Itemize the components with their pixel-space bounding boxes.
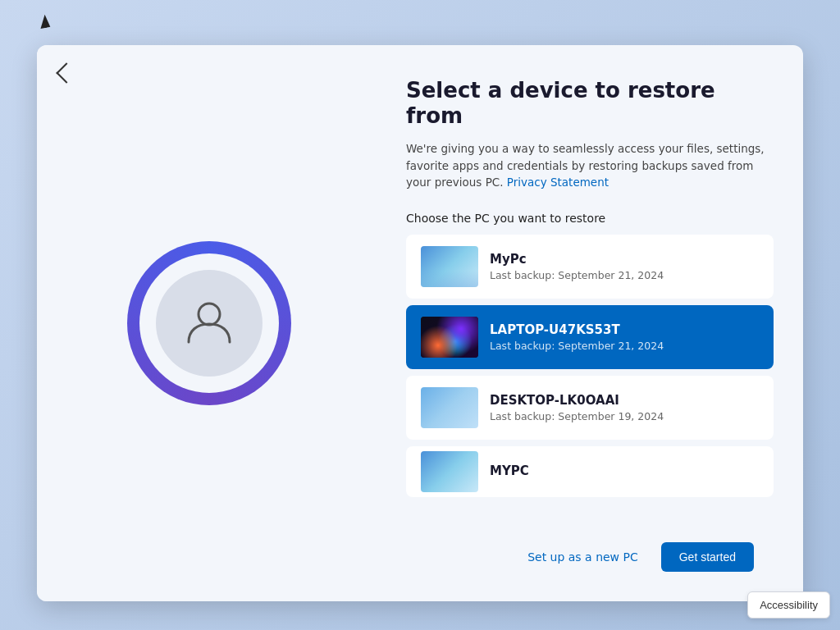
devices-list-wrapper: MyPc Last backup: September 21, 2024 LAP… bbox=[406, 235, 778, 529]
device-info-mypc2: MYPC bbox=[490, 463, 759, 481]
device-thumbnail-mypc2 bbox=[421, 451, 478, 492]
device-card-mypc[interactable]: MyPc Last backup: September 21, 2024 bbox=[406, 235, 774, 299]
avatar-ring bbox=[127, 241, 291, 405]
avatar-ring-inner bbox=[139, 253, 279, 393]
device-thumbnail-mypc bbox=[421, 246, 478, 287]
choose-label: Choose the PC you want to restore bbox=[406, 212, 778, 225]
description-text: We're giving you a way to seamlessly acc… bbox=[406, 140, 778, 190]
device-info-desktop: DESKTOP-LK0OAAI Last backup: September 1… bbox=[490, 393, 759, 422]
svg-point-0 bbox=[199, 304, 220, 325]
device-name-mypc: MyPc bbox=[490, 252, 759, 267]
right-panel: Select a device to restore from We're gi… bbox=[381, 45, 803, 601]
person-icon bbox=[180, 293, 238, 354]
device-backup-desktop: Last backup: September 19, 2024 bbox=[490, 410, 759, 422]
device-name-desktop: DESKTOP-LK0OAAI bbox=[490, 393, 759, 408]
device-card-laptop[interactable]: LAPTOP-U47KS53T Last backup: September 2… bbox=[406, 305, 774, 369]
device-card-desktop[interactable]: DESKTOP-LK0OAAI Last backup: September 1… bbox=[406, 376, 774, 440]
privacy-link[interactable]: Privacy Statement bbox=[507, 176, 609, 189]
avatar-circle bbox=[156, 270, 262, 377]
devices-list[interactable]: MyPc Last backup: September 21, 2024 LAP… bbox=[406, 235, 778, 529]
left-panel bbox=[37, 45, 381, 601]
device-backup-laptop: Last backup: September 21, 2024 bbox=[490, 340, 759, 352]
setup-new-pc-link[interactable]: Set up as a new PC bbox=[518, 544, 648, 570]
back-arrow-icon bbox=[56, 62, 76, 83]
device-thumbnail-laptop bbox=[421, 317, 478, 358]
device-info-mypc: MyPc Last backup: September 21, 2024 bbox=[490, 252, 759, 281]
setup-window: Select a device to restore from We're gi… bbox=[37, 45, 803, 601]
page-title: Select a device to restore from bbox=[406, 78, 778, 129]
device-card-mypc2[interactable]: MYPC bbox=[406, 446, 774, 497]
device-backup-mypc: Last backup: September 21, 2024 bbox=[490, 269, 759, 281]
get-started-button[interactable]: Get started bbox=[661, 542, 754, 572]
footer: Set up as a new PC Get started bbox=[406, 529, 778, 585]
device-info-laptop: LAPTOP-U47KS53T Last backup: September 2… bbox=[490, 322, 759, 352]
avatar-container bbox=[127, 241, 291, 405]
device-name-laptop: LAPTOP-U47KS53T bbox=[490, 322, 759, 337]
accessibility-button[interactable]: Accessibility bbox=[747, 591, 830, 619]
back-button[interactable] bbox=[52, 60, 78, 86]
device-thumbnail-desktop bbox=[421, 387, 478, 428]
window-content: Select a device to restore from We're gi… bbox=[37, 45, 803, 601]
device-name-mypc2: MYPC bbox=[490, 463, 759, 478]
cursor-icon bbox=[39, 14, 51, 29]
